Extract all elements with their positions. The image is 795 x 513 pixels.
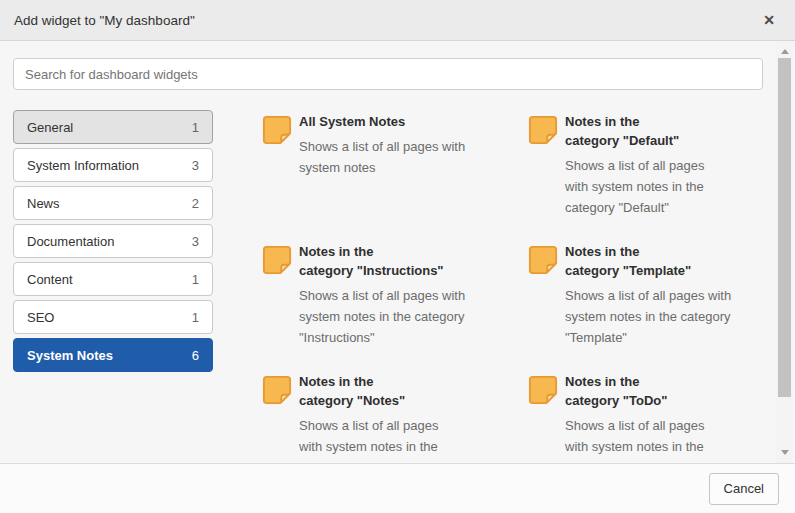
cancel-button[interactable]: Cancel (709, 473, 779, 505)
sidebar-item-count: 3 (192, 158, 199, 173)
sidebar-item-content[interactable]: Content 1 (13, 262, 213, 296)
sticky-note-icon (262, 115, 292, 145)
sidebar-item-seo[interactable]: SEO 1 (13, 300, 213, 334)
widget-card-notes-default[interactable]: Notes in the category "Default" Shows a … (528, 112, 768, 242)
sidebar-item-label: System Information (27, 158, 139, 173)
sidebar-item-general[interactable]: General 1 (13, 110, 213, 144)
widget-card-notes-notes[interactable]: Notes in the category "Notes" Shows a li… (262, 372, 528, 463)
widget-card-all-system-notes[interactable]: All System Notes Shows a list of all pag… (262, 112, 528, 242)
sidebar-item-label: Documentation (27, 234, 114, 249)
modal-header: Add widget to "My dashboard" ✕ (0, 0, 795, 41)
widget-grid: All System Notes Shows a list of all pag… (262, 112, 768, 463)
widget-card-notes-instructions[interactable]: Notes in the category "Instructions" Sho… (262, 242, 528, 372)
modal-footer: Cancel (0, 463, 795, 513)
add-widget-modal: Add widget to "My dashboard" ✕ General 1… (0, 0, 795, 513)
scroll-down-icon[interactable] (776, 444, 793, 461)
close-icon: ✕ (763, 12, 775, 28)
sidebar-item-label: News (27, 196, 60, 211)
close-button[interactable]: ✕ (757, 11, 781, 29)
sticky-note-icon (528, 245, 558, 275)
sidebar-item-label: General (27, 120, 73, 135)
widget-title: Notes in the category "Template" (565, 242, 731, 280)
category-sidebar: General 1 System Information 3 News 2 Do… (13, 110, 213, 376)
sidebar-item-system-notes[interactable]: System Notes 6 (13, 338, 213, 372)
sidebar-item-count: 2 (192, 196, 199, 211)
widget-description: Shows a list of all pages with system no… (299, 285, 465, 348)
widget-title: Notes in the category "Instructions" (299, 242, 465, 280)
modal-body: General 1 System Information 3 News 2 Do… (0, 41, 795, 463)
widget-description: Shows a list of all pages with system no… (565, 415, 704, 463)
sidebar-item-label: SEO (27, 310, 54, 325)
widget-description: Shows a list of all pages with system no… (299, 415, 438, 463)
sticky-note-icon (262, 375, 292, 405)
sidebar-item-label: Content (27, 272, 73, 287)
sidebar-item-count: 1 (192, 310, 199, 325)
sidebar-item-news[interactable]: News 2 (13, 186, 213, 220)
widget-card-notes-template[interactable]: Notes in the category "Template" Shows a… (528, 242, 768, 372)
sticky-note-icon (528, 375, 558, 405)
widget-description: Shows a list of all pages with system no… (565, 155, 704, 218)
sidebar-item-count: 1 (192, 272, 199, 287)
scrollbar-thumb[interactable] (778, 58, 791, 397)
modal-title: Add widget to "My dashboard" (14, 13, 195, 28)
search-input[interactable] (13, 58, 763, 90)
scrollbar[interactable] (776, 41, 793, 463)
widget-title: All System Notes (299, 112, 465, 131)
widget-title: Notes in the category "Notes" (299, 372, 438, 410)
sidebar-item-count: 3 (192, 234, 199, 249)
widget-card-notes-todo[interactable]: Notes in the category "ToDo" Shows a lis… (528, 372, 768, 463)
widget-title: Notes in the category "Default" (565, 112, 704, 150)
sidebar-item-count: 1 (192, 120, 199, 135)
sticky-note-icon (528, 115, 558, 145)
sidebar-item-count: 6 (192, 348, 199, 363)
widget-title: Notes in the category "ToDo" (565, 372, 704, 410)
widget-description: Shows a list of all pages with system no… (565, 285, 731, 348)
widget-description: Shows a list of all pages with system no… (299, 136, 465, 178)
sidebar-item-system-information[interactable]: System Information 3 (13, 148, 213, 182)
sticky-note-icon (262, 245, 292, 275)
sidebar-item-documentation[interactable]: Documentation 3 (13, 224, 213, 258)
sidebar-item-label: System Notes (27, 348, 113, 363)
